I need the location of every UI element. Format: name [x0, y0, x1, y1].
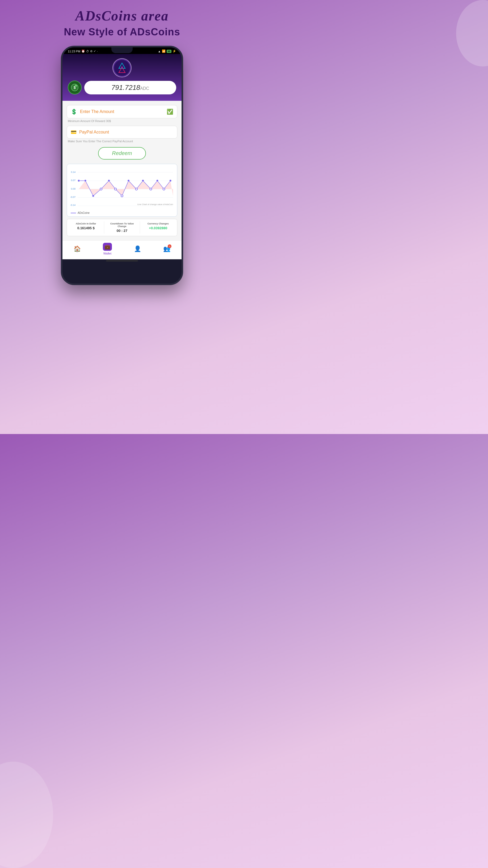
dot-icon: ·	[97, 50, 98, 53]
stat-dollar-label: ADsCoin In Dollar	[70, 222, 102, 225]
balance-amount: 791.7218	[111, 84, 140, 91]
svg-point-29	[150, 188, 152, 190]
bottom-nav: 🏠 💼 Wallet 👤 👥 0	[62, 240, 182, 259]
status-right: ▲ 📶 65 ⚡	[158, 50, 176, 53]
stat-dollar-value: 0.161495 $	[70, 226, 102, 230]
line-chart: 0.14 0.07 0.00 -0.07 -0.14 Line Chart of…	[70, 167, 174, 209]
svg-point-30	[156, 180, 158, 182]
app-header: $ ✦ 791.7218ADC	[62, 54, 182, 101]
paypal-placeholder: PayPal Account	[79, 130, 109, 134]
app-title: ADsCoins area	[5, 8, 239, 24]
svg-point-23	[108, 180, 110, 182]
svg-point-32	[169, 180, 171, 182]
svg-point-28	[142, 180, 144, 182]
wallet-icon: 💼	[103, 243, 112, 251]
nav-home[interactable]: 🏠	[74, 245, 81, 252]
alarm-icon: ⏰	[82, 50, 85, 53]
svg-text:0.14: 0.14	[71, 171, 75, 174]
profile-icon: 👤	[134, 245, 141, 252]
stat-changes-label: Currency Changes	[142, 222, 174, 225]
check-icon-status: ✓	[94, 50, 96, 53]
svg-point-21	[92, 195, 94, 197]
stat-changes-value: +0.0392880	[142, 226, 174, 230]
dollar-input-icon: 💲	[71, 108, 77, 115]
legend-label: ADsCoine	[77, 211, 90, 214]
svg-text:0.07: 0.07	[71, 179, 75, 182]
group-badge: 0	[168, 244, 171, 248]
check-circle-icon: ✅	[167, 108, 173, 115]
svg-text:✦: ✦	[75, 85, 77, 87]
chart-container: 0.14 0.07 0.00 -0.07 -0.14 Line Chart of…	[67, 164, 177, 217]
svg-point-19	[78, 180, 80, 182]
wallet-label: Wallet	[103, 252, 111, 255]
stats-row: ADsCoin In Dollar 0.161495 $ Countdown T…	[67, 219, 177, 236]
redeem-button[interactable]: Redeem	[98, 147, 146, 160]
balance-unit: ADC	[140, 86, 149, 91]
stat-countdown: Countdown To Value Change 00 : 27	[104, 221, 140, 234]
svg-point-3	[121, 66, 123, 68]
signal-icon: ▲	[158, 50, 161, 53]
home-indicator	[106, 260, 138, 261]
svg-point-31	[163, 188, 165, 190]
phone-notch	[111, 47, 133, 53]
battery-display: 65	[167, 50, 171, 53]
svg-point-27	[135, 188, 137, 190]
chart-legend: ADsCoine	[70, 210, 174, 214]
svg-point-20	[84, 180, 86, 182]
app-content: 💲 Enter The Amount ✅ Minimum Amount Of R…	[62, 101, 182, 240]
svg-text:Line Chart of change value of : Line Chart of change value of AdsCoin	[137, 203, 173, 206]
dollar-coin-svg: $ ✦	[71, 84, 79, 91]
stat-countdown-label: Countdown To Value Change	[106, 222, 138, 228]
header-section: ADsCoins area New Style of ADsCoins	[0, 0, 244, 40]
amount-hint: Minimum Amount Of Reward 30$	[67, 119, 177, 123]
stat-changes: Currency Changes +0.0392880	[140, 221, 176, 234]
nav-wallet[interactable]: 💼 Wallet	[103, 243, 112, 255]
svg-text:0.00: 0.00	[71, 187, 75, 190]
card-icon: 💳	[71, 129, 76, 135]
stat-dollar: ADsCoin In Dollar 0.161495 $	[68, 221, 104, 234]
nav-profile[interactable]: 👤	[134, 245, 141, 252]
app-subtitle: New Style of ADsCoins	[5, 26, 239, 38]
stat-countdown-value: 00 : 27	[106, 229, 138, 233]
timer-icon: ⏱	[86, 50, 89, 53]
balance-box: 791.7218ADC	[84, 81, 176, 94]
svg-text:-0.07: -0.07	[70, 196, 75, 198]
paypal-input-row[interactable]: 💳 PayPal Account	[67, 126, 177, 138]
coin-icon-circle: $ ✦	[68, 81, 82, 94]
paypal-hint: Make Sure You Enter The Correct PayPal A…	[67, 140, 177, 143]
svg-text:-0.14: -0.14	[70, 204, 75, 206]
logo-svg	[114, 60, 130, 76]
svg-point-26	[128, 180, 130, 182]
balance-row: $ ✦ 791.7218ADC	[68, 81, 176, 94]
charging-icon: ⚡	[172, 50, 176, 53]
wifi-icon: 📶	[162, 50, 166, 53]
status-left: 11:23 PM ⏰ ⏱ ⊘ ✓ ·	[68, 50, 98, 53]
svg-point-22	[100, 188, 102, 190]
time-display: 11:23 PM	[68, 50, 80, 53]
amount-placeholder: Enter The Amount	[80, 109, 164, 114]
logo-circle	[112, 58, 132, 78]
svg-point-25	[121, 195, 123, 197]
amount-input-row[interactable]: 💲 Enter The Amount ✅	[67, 105, 177, 118]
phone-frame: 11:23 PM ⏰ ⏱ ⊘ ✓ · ▲ 📶 65 ⚡	[61, 46, 183, 285]
nav-group[interactable]: 👥 0	[163, 245, 170, 252]
legend-line	[71, 213, 76, 213]
svg-point-24	[114, 188, 117, 190]
dnd-icon: ⊘	[90, 50, 93, 53]
home-icon: 🏠	[74, 245, 81, 252]
